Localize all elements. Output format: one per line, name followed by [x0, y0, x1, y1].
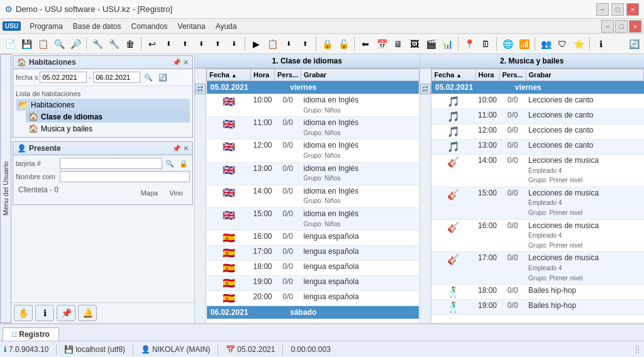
menu-ventana[interactable]: Ventana	[173, 21, 211, 32]
col-grabar-1[interactable]: Grabar	[301, 69, 419, 81]
table-row[interactable]: 🇪🇸 18:00 0/0 lengua española	[207, 261, 419, 276]
table-row[interactable]: 🇬🇧 11:00 0/0 idioma en InglésGrupo: Niño…	[207, 117, 419, 140]
tarjeta-lock-btn[interactable]: 🔒	[177, 158, 190, 169]
tb-signal[interactable]: 📶	[516, 36, 531, 52]
table-row[interactable]: 06.02.2021 sábado	[207, 306, 419, 319]
tb-down2[interactable]: ⬇	[194, 36, 209, 52]
tb-up3[interactable]: ⬆	[297, 36, 313, 52]
table-row[interactable]: 🇬🇧 10:00 0/0 idioma en InglésGrupo: Niño…	[207, 94, 419, 117]
tb-lock[interactable]: 🔒	[319, 36, 335, 52]
table-row[interactable]: 05.02.2021 viernes	[431, 81, 644, 94]
table-row[interactable]: 🎵 10:00 0/0 Lecciones de canto	[431, 94, 644, 109]
pin-btn[interactable]: 📌	[57, 305, 75, 321]
table-row[interactable]: 🇪🇸 17:00 0/0 lengua española	[207, 246, 419, 261]
table-row[interactable]: 🕺 18:00 0/0 Bailes hip-hop	[431, 285, 644, 300]
date-from-input[interactable]	[40, 72, 87, 83]
tb-delete[interactable]: 🗑	[123, 36, 138, 52]
presente-close-icon[interactable]: ✕	[183, 145, 189, 153]
section-pin-icon[interactable]: 📌	[172, 58, 181, 67]
menu-programa[interactable]: Programa	[25, 21, 68, 32]
refresh-date-button[interactable]: 🔄	[157, 71, 169, 84]
tb-calendar[interactable]: 📅	[374, 36, 389, 52]
tb-filter2[interactable]: 🔧	[106, 36, 121, 52]
tb-left[interactable]: ⬅	[358, 36, 373, 52]
tb-undo[interactable]: ↩	[145, 36, 160, 52]
table-row[interactable]: 🎵 12:00 0/0 Lecciones de canto	[431, 124, 644, 140]
date-to-input[interactable]	[93, 72, 140, 83]
menu-usuario-tab[interactable]: Menu del Usuario	[0, 54, 11, 323]
col-pers-1[interactable]: Pers...	[275, 69, 301, 81]
mapa-btn[interactable]: Mapa	[136, 185, 163, 200]
tb-image[interactable]: 🖼	[407, 36, 422, 52]
col-pers-2[interactable]: Pers...	[499, 69, 526, 81]
tb-unlock[interactable]: 🔓	[336, 36, 351, 52]
tb-video[interactable]: 🎬	[423, 36, 438, 52]
tb-star[interactable]: ⭐	[571, 36, 586, 52]
vino-btn[interactable]: Vino	[165, 185, 187, 200]
menu-comandos[interactable]: Comandos	[126, 21, 173, 32]
section-close-icon[interactable]: ✕	[183, 58, 189, 67]
registro-tab[interactable]: □ Registro	[3, 327, 59, 341]
tarjeta-input[interactable]	[60, 158, 162, 169]
tb-copy[interactable]: 📋	[35, 36, 50, 52]
info-btn[interactable]: ℹ	[35, 305, 54, 321]
table-row[interactable]: 🇬🇧 15:00 0/0 idioma en InglésGrupo: Niño…	[207, 207, 419, 230]
tarjeta-search-btn[interactable]: 🔍	[164, 158, 176, 169]
close-button[interactable]: ×	[626, 3, 639, 16]
tb-up1[interactable]: ⬆	[177, 36, 192, 52]
table-row[interactable]: 🎵 11:00 0/0 Lecciones de canto	[431, 109, 644, 124]
search-date-button[interactable]: 🔍	[142, 71, 155, 84]
tb-search2[interactable]: 🔎	[68, 36, 83, 52]
table-row[interactable]: 🎸 14:00 0/0 Lecciones de musicaEmpleado …	[431, 155, 644, 187]
table-row[interactable]: 🇬🇧 12:00 0/0 idioma en InglésGrupo: Niño…	[207, 140, 419, 162]
tb-chart[interactable]: 📊	[440, 36, 455, 52]
table-row[interactable]: 🇪🇸 19:00 0/0 lengua española	[207, 276, 419, 291]
tree-clase-idiomas[interactable]: 🏠 Clase de idiomas	[26, 111, 190, 123]
menu-restore-button[interactable]: □	[615, 20, 628, 33]
tb-copy2[interactable]: 📋	[265, 36, 280, 52]
table-row[interactable]: 🇪🇸 20:00 0/0 lengua española	[207, 291, 419, 306]
nombre-input[interactable]	[60, 171, 190, 182]
hand-btn[interactable]: ✋	[14, 305, 33, 321]
tb-users[interactable]: 👥	[538, 36, 553, 52]
table-row[interactable]: 🎸 17:00 0/0 Lecciones de musicaEmpleado …	[431, 252, 644, 285]
col-hora-2[interactable]: Hora	[475, 69, 499, 81]
table-row[interactable]: 🇬🇧 14:00 0/0 idioma en InglésGrupo: Niño…	[207, 185, 419, 207]
col-grabar-2[interactable]: Grabar	[526, 69, 643, 81]
tb-info[interactable]: ℹ	[593, 36, 608, 52]
tb-down4[interactable]: ⬇	[281, 36, 296, 52]
menu-close-button[interactable]: ×	[629, 20, 641, 33]
table-row[interactable]: 🎵 13:00 0/0 Lecciones de canto	[431, 140, 644, 155]
tb-shield[interactable]: 🛡	[555, 36, 570, 52]
tb-date2[interactable]: 🗓	[478, 36, 493, 52]
tb-down3[interactable]: ⬇	[226, 36, 242, 52]
tb-up2[interactable]: ⬆	[210, 36, 225, 52]
tb-new[interactable]: 📄	[3, 36, 18, 52]
tb-right-info[interactable]: 🔄	[626, 36, 641, 52]
menu-ayuda[interactable]: Ayuda	[211, 21, 242, 32]
presente-pin-icon[interactable]: 📌	[172, 145, 181, 153]
col-hora-1[interactable]: Hora	[251, 69, 275, 81]
table-row[interactable]: 🎸 16:00 0/0 Lecciones de musicaEmpleado …	[431, 219, 644, 252]
table-row[interactable]: 🇪🇸 16:00 0/0 lengua española	[207, 231, 419, 246]
schedule-2-scroll[interactable]: Fecha ▲ Hora Pers... Grabar 05.02.2021 v…	[431, 69, 645, 323]
tb-save[interactable]: 💾	[19, 36, 34, 52]
bell-btn[interactable]: 🔔	[78, 305, 97, 321]
minimize-button[interactable]: −	[596, 3, 609, 16]
tb-monitor[interactable]: 🖥	[391, 36, 406, 52]
row-num-1[interactable]: 31	[195, 84, 206, 94]
table-row[interactable]: 05.02.2021 viernes	[207, 81, 419, 94]
row-num-2[interactable]: 31	[420, 84, 431, 94]
tb-search[interactable]: 🔍	[52, 36, 67, 52]
tree-habitaciones-root[interactable]: 📂 Habitaciones	[16, 99, 190, 111]
tb-down1[interactable]: ⬇	[161, 36, 176, 52]
col-fecha-1[interactable]: Fecha ▲	[207, 69, 251, 81]
tree-musica-bailes[interactable]: 🏠 Musica y bailes	[26, 123, 190, 135]
menu-min-button[interactable]: −	[601, 20, 614, 33]
tb-globe[interactable]: 🌐	[500, 36, 515, 52]
col-fecha-2[interactable]: Fecha ▲	[431, 69, 475, 81]
schedule-1-scroll[interactable]: Fecha ▲ Hora Pers... Grabar 05.02.2021 v…	[206, 69, 419, 323]
menu-base-datos[interactable]: Base de datos	[68, 21, 126, 32]
tb-pin[interactable]: 📍	[462, 36, 477, 52]
maximize-button[interactable]: □	[611, 3, 624, 16]
